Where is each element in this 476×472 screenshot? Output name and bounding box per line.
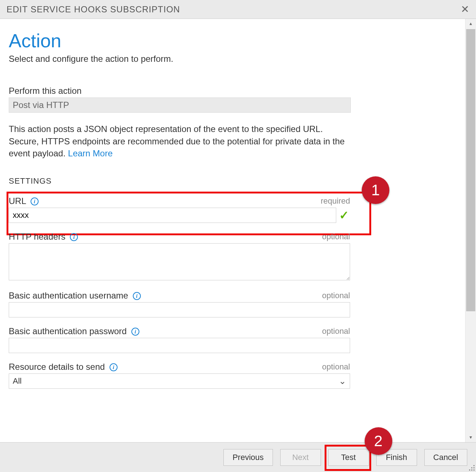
chevron-down-icon: ⌄ xyxy=(339,376,346,386)
resize-grip-icon[interactable] xyxy=(467,463,475,471)
dialog-title: EDIT SERVICE HOOKS SUBSCRIPTION xyxy=(7,4,180,15)
learn-more-link[interactable]: Learn More xyxy=(68,148,113,158)
dialog-body: Action Select and configure the action t… xyxy=(0,19,476,442)
next-button[interactable]: Next xyxy=(280,449,321,466)
scroll-up-icon[interactable]: ▴ xyxy=(465,20,476,26)
basic-user-input[interactable] xyxy=(9,302,350,317)
http-headers-label: HTTP headers xyxy=(9,232,66,241)
check-icon: ✓ xyxy=(338,208,350,222)
dialog-footer: Previous Next 2 Test Finish Cancel xyxy=(0,442,476,472)
info-icon[interactable]: i xyxy=(133,292,141,300)
basic-pass-label: Basic authentication password xyxy=(9,326,127,336)
url-label: URL xyxy=(9,196,26,206)
http-headers-field-row: HTTP headers i optional xyxy=(9,232,350,282)
dialog-header: EDIT SERVICE HOOKS SUBSCRIPTION ✕ xyxy=(0,0,476,19)
resource-details-field-row: Resource details to send i optional All … xyxy=(9,362,350,389)
url-field-row: URL i required ✓ xyxy=(9,196,350,223)
close-icon[interactable]: ✕ xyxy=(461,3,469,15)
url-hint: required xyxy=(321,196,350,206)
page-title: Action xyxy=(9,30,456,52)
url-input[interactable] xyxy=(9,208,336,223)
cancel-button[interactable]: Cancel xyxy=(424,449,467,466)
action-label: Perform this action xyxy=(9,86,456,96)
info-icon[interactable]: i xyxy=(131,328,139,336)
resource-details-hint: optional xyxy=(322,362,350,372)
basic-pass-hint: optional xyxy=(322,327,350,336)
basic-user-hint: optional xyxy=(322,291,350,300)
resource-details-label: Resource details to send xyxy=(9,362,105,372)
http-headers-input[interactable] xyxy=(9,243,350,280)
basic-pass-input[interactable] xyxy=(9,338,350,353)
info-icon[interactable]: i xyxy=(110,363,118,371)
scroll-down-icon[interactable]: ▾ xyxy=(465,434,476,440)
test-button[interactable]: Test xyxy=(328,449,369,466)
scroll-thumb[interactable] xyxy=(466,29,475,311)
basic-user-label: Basic authentication username xyxy=(9,291,128,300)
info-icon[interactable]: i xyxy=(70,233,78,241)
action-description: This action posts a JSON object represen… xyxy=(9,123,351,160)
info-icon[interactable]: i xyxy=(31,197,39,205)
callout-badge-1: 1 xyxy=(362,176,389,204)
resource-details-select[interactable]: All ⌄ xyxy=(9,373,350,389)
callout-badge-2: 2 xyxy=(365,427,392,455)
content-area: Action Select and configure the action t… xyxy=(0,19,465,442)
previous-button[interactable]: Previous xyxy=(223,449,273,466)
basic-pass-field-row: Basic authentication password i optional xyxy=(9,326,350,353)
resource-details-value: All xyxy=(13,376,21,386)
action-value: Post via HTTP xyxy=(9,97,351,113)
http-headers-hint: optional xyxy=(322,232,350,241)
basic-user-field-row: Basic authentication username i optional xyxy=(9,291,350,317)
scrollbar[interactable]: ▴ ▾ xyxy=(465,19,476,442)
settings-heading: SETTINGS xyxy=(9,176,456,186)
page-subtitle: Select and configure the action to perfo… xyxy=(9,54,456,64)
action-description-text: This action posts a JSON object represen… xyxy=(9,124,345,158)
